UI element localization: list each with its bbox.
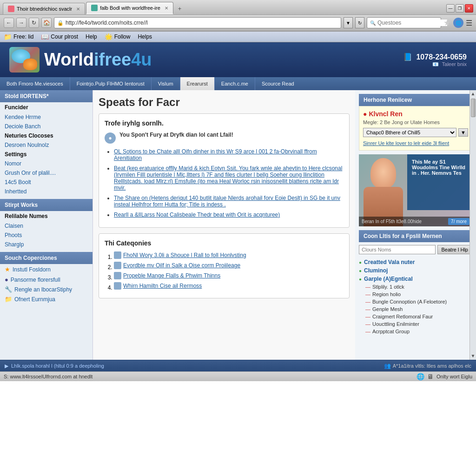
conn-item-3[interactable]: ● Garple (A)Egntical: [359, 275, 472, 283]
conn-dash-7: —: [365, 306, 370, 312]
sidebar-link-desroen[interactable]: Desroen Noulnolz: [0, 140, 93, 150]
bullet-3: The Share on (Hetens deriqut 140 butlit …: [114, 195, 344, 208]
play-icon: ▶: [5, 363, 8, 369]
categories-title: Thi Cateqonies: [105, 239, 344, 247]
conn-item-1[interactable]: ● Creatted Vala nuter: [359, 258, 472, 266]
nav-item-5[interactable]: Eanch.c.me: [215, 77, 255, 90]
vertical-scrollbar[interactable]: ▲ ▼: [469, 90, 476, 360]
sidebar-section-3-title: Souch Coperciones: [0, 252, 93, 264]
sidebar-link-claisen[interactable]: Claisen: [0, 221, 93, 231]
featured-name: ● Klvncl Ren: [363, 110, 468, 118]
bullet-4: Rearll a &lILarss Noat Calisbeale Thedr …: [114, 212, 344, 218]
page-title: Speats for Facr: [99, 96, 350, 109]
sidebar-link-funcider[interactable]: Funcider: [0, 102, 93, 112]
contact-label: 📧 Taleer bnix: [403, 61, 467, 67]
dropdown-arrow[interactable]: ▼: [344, 17, 353, 28]
search-engine-icon: 🔍: [370, 20, 376, 26]
sidebar-link-sharglp[interactable]: Sharglp: [0, 240, 93, 249]
bullet-4-link[interactable]: Rearll a &lILarss Noat Calisbeale Thedr …: [114, 212, 280, 218]
menu-icon[interactable]: ☰: [466, 19, 472, 27]
refresh-button[interactable]: ↻: [29, 18, 39, 28]
sidebar-link-14c5[interactable]: 14c5 Boolt: [0, 178, 93, 187]
scroll-thumb[interactable]: [471, 99, 476, 117]
conn-item-8: — Craigmert Retlomoral Faur: [359, 313, 472, 320]
menu-helps[interactable]: Helps: [138, 33, 152, 40]
browser-status-right-text: Onlty wort Eiglu: [436, 374, 472, 379]
nav-item-2[interactable]: Fointrjo.Pulp FIHMO Ientorust: [70, 77, 152, 90]
menu-help[interactable]: Help: [86, 33, 97, 40]
sidebar-link-phoots[interactable]: Phoots: [0, 231, 93, 240]
browser-titlebar: Thoir btnedrichioc svaclr ✕ falb Bodl wi…: [0, 0, 476, 15]
tab-2-close[interactable]: ✕: [165, 6, 168, 11]
cat-link-2[interactable]: Evordble mv Oilf in Salk a Oise corm Pro…: [114, 262, 344, 269]
address-bar[interactable]: 🔒: [54, 17, 341, 28]
connection-section-title: Coon Lltis for a Fpslil Mernen: [359, 230, 472, 242]
cat-link-1[interactable]: FhoNl Wory 3.0li a Shouce l Rall to folI…: [114, 251, 344, 259]
tab-1[interactable]: Thoir btnedrichioc svaclr ✕: [3, 3, 85, 14]
cat-item-2: Evordble mv Oilf in Salk a Oise corm Pro…: [114, 262, 344, 269]
sidebar-link-pansorme[interactable]: ● Pansorme florersfull: [0, 275, 93, 284]
cat-link-4[interactable]: Whirn Hamiltn Cise ail Rermoss: [114, 282, 344, 290]
conn-item-2[interactable]: ● Cluminoj: [359, 266, 472, 275]
sidebar-link-rengle[interactable]: 🔧 Rengle an lbocarStiphy: [0, 284, 93, 294]
search-bar[interactable]: 🔍: [367, 17, 441, 28]
logo-bird-icon: [9, 47, 40, 73]
back-button[interactable]: ←: [4, 18, 14, 28]
new-tab-button[interactable]: +: [174, 3, 185, 14]
featured-sub: Megle: 2 Be Jong or Ulate Homes: [363, 119, 468, 125]
refresh-icon[interactable]: ↻: [355, 17, 364, 28]
conn-search-input[interactable]: [359, 245, 436, 254]
sidebar-link-kendee[interactable]: Kendee Hrrme: [0, 112, 93, 122]
lock-icon: 🔒: [57, 20, 64, 26]
home-button[interactable]: 🏠: [41, 18, 52, 28]
bullet-1-link[interactable]: OL Sotions to be Chate alll Oifn dinher …: [114, 148, 317, 161]
sidebar-link-relilable[interactable]: Relilable Numes: [0, 211, 93, 221]
cat-item-1: FhoNl Wory 3.0li a Shouce l Rall to folI…: [114, 251, 344, 259]
menu-follow[interactable]: 🌟 Follow: [105, 33, 131, 40]
nav-item-3[interactable]: Vislum: [152, 77, 180, 90]
sidebar-link-deciole[interactable]: Deciole Banch: [0, 122, 93, 131]
nav-item-6[interactable]: Scource Read: [255, 77, 301, 90]
sidebar-link-nomor[interactable]: Nomor: [0, 159, 93, 168]
menu-cour[interactable]: 📖 Cour plrost: [41, 33, 78, 40]
logo-text: Worldifree4u: [44, 50, 152, 70]
maximize-button[interactable]: ❐: [456, 4, 464, 13]
categories-box: Thi Cateqonies FhoNl Wory 3.0li a Shouce…: [99, 233, 350, 298]
conn-search-button[interactable]: Beatre l Hlp: [437, 245, 472, 254]
conn-dash-10: —: [365, 329, 370, 334]
connection-search: Beatre l Hlp: [359, 245, 472, 254]
scroll-down-arrow[interactable]: ▼: [470, 352, 476, 360]
bullet-2-link[interactable]: Beat (kep eratuarice offlly Marid & kich…: [114, 165, 342, 191]
scroll-up-arrow[interactable]: ▲: [470, 90, 476, 98]
sidebar-link-inhertted[interactable]: Inhertted: [0, 187, 93, 196]
browser-window: Thoir btnedrichioc svaclr ✕ falb Bodl wi…: [0, 0, 476, 476]
search-input[interactable]: [377, 20, 447, 26]
cat-link-3[interactable]: Propeble Mange Flalls & Phwim Thinns: [114, 272, 344, 279]
menu-free[interactable]: 📁 Free: lid: [4, 33, 33, 40]
featured-dropdown[interactable]: Chapc0 Bthere of Chill5: [363, 128, 456, 137]
tab-1-close[interactable]: ✕: [76, 7, 80, 12]
window-controls: — ❐ ✕: [446, 4, 473, 14]
featured-link[interactable]: Sinrer Ue klte lover to lelr eide 3l fli…: [363, 140, 449, 146]
tab-2[interactable]: falb Bodl with worldfree-ire ✕: [86, 2, 173, 14]
nav-item-4-active[interactable]: Erearurst: [180, 77, 215, 90]
bookmark-icon[interactable]: ★: [443, 18, 451, 28]
featured-select-btn[interactable]: ▼: [458, 128, 468, 137]
sidebar-link-settings[interactable]: Settings: [0, 150, 93, 159]
nav-item-1[interactable]: Both Fmoro Me.viesoces: [0, 77, 70, 90]
address-input[interactable]: [66, 20, 338, 26]
minimize-button[interactable]: —: [446, 4, 455, 13]
sidebar-link-grush[interactable]: Grush Onr of plalil....: [0, 168, 93, 178]
bullet-3-link[interactable]: The Share on (Hetens deriqut 140 butlit …: [114, 195, 340, 208]
browser-status-right: 🌐 🖥 Onlty wort Eiglu: [416, 373, 472, 380]
forward-button[interactable]: →: [16, 18, 26, 28]
featured-dot-icon: ●: [363, 110, 367, 118]
tab-1-icon: [8, 6, 14, 12]
globe-icon[interactable]: 🌐: [453, 18, 463, 28]
status-text: Lhlk.spola horahl l (hltul 0:9 a deephol…: [11, 363, 104, 369]
sidebar-link-instutl[interactable]: ★ Instutl Fosldorn: [0, 264, 93, 275]
sidebar-link-neturies[interactable]: Neturies Clocoses: [0, 131, 93, 140]
close-button[interactable]: ✕: [465, 4, 473, 13]
sidebar-link-ofnert[interactable]: 📁 Ofnert Eurnmjua: [0, 294, 93, 304]
ad-more-button[interactable]: 7/ more: [448, 218, 469, 225]
